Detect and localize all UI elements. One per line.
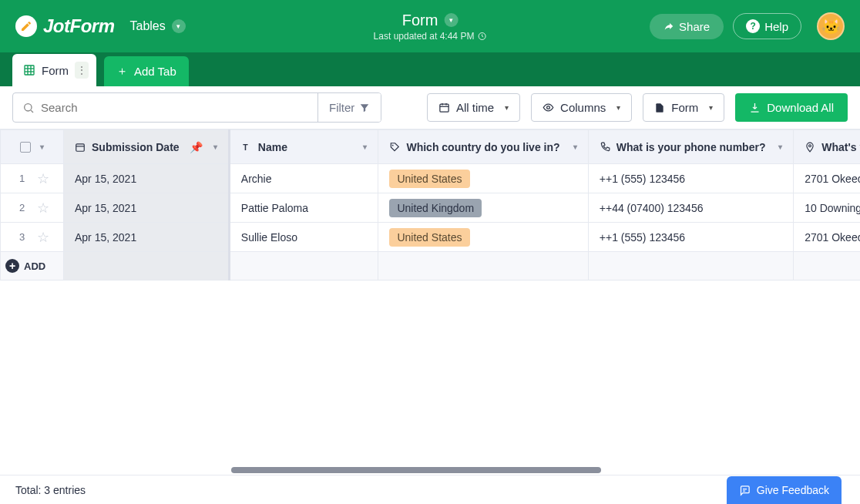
date-range-label: All time	[456, 101, 494, 114]
cell-name[interactable]: Pattie Paloma	[229, 193, 378, 223]
columns-button[interactable]: Columns ▾	[531, 93, 632, 122]
column-header-address[interactable]: What's y	[821, 141, 860, 153]
star-icon[interactable]: ☆	[37, 170, 49, 187]
date-range-button[interactable]: All time ▾	[427, 93, 520, 122]
calendar-icon	[438, 102, 450, 113]
svg-point-15	[809, 144, 811, 146]
chevron-down-icon[interactable]: ▾	[778, 143, 782, 151]
star-icon[interactable]: ☆	[37, 200, 49, 217]
document-icon	[654, 102, 665, 113]
download-label: Download All	[767, 101, 834, 114]
country-tag: United States	[389, 170, 469, 188]
table-row[interactable]: 3☆Apr 15, 2021Sullie ElosoUnited States+…	[1, 223, 861, 252]
section-label: Tables	[130, 19, 166, 33]
form-view-button[interactable]: Form ▾	[643, 93, 724, 122]
cell-date[interactable]: Apr 15, 2021	[64, 164, 230, 193]
add-tab-button[interactable]: ＋ Add Tab	[104, 56, 189, 86]
cell-country[interactable]: United Kingdom	[378, 193, 588, 223]
chevron-down-icon[interactable]: ▾	[573, 143, 577, 151]
help-label: Help	[764, 20, 788, 33]
cell-phone[interactable]: ++1 (555) 123456	[588, 223, 793, 252]
cell-phone[interactable]: ++44 (07400) 123456	[588, 193, 793, 223]
feedback-label: Give Feedback	[757, 484, 829, 496]
cell-name[interactable]: Sullie Eloso	[229, 223, 378, 252]
cell-address[interactable]: 10 Downing	[794, 193, 860, 223]
add-row-button[interactable]: +ADD	[1, 259, 63, 273]
column-header-name[interactable]: Name	[258, 141, 287, 153]
cell-date[interactable]: Apr 15, 2021	[64, 193, 230, 223]
column-header-phone[interactable]: What is your phone number?	[616, 141, 766, 153]
select-all-checkbox[interactable]	[20, 142, 31, 153]
column-header-date[interactable]: Submission Date	[92, 141, 180, 153]
filter-label: Filter	[329, 101, 354, 114]
question-icon: ?	[746, 19, 760, 33]
last-updated-text: Last updated at 4:44 PM	[374, 31, 475, 42]
svg-rect-1	[25, 66, 34, 75]
country-tag: United Kingdom	[389, 199, 482, 217]
row-number: 2	[15, 202, 29, 213]
column-header-country[interactable]: Which country do you live in?	[406, 141, 559, 153]
cell-address[interactable]: 2701 Okeec	[794, 164, 860, 193]
help-button[interactable]: ? Help	[733, 13, 801, 39]
pencil-icon	[15, 15, 37, 37]
chevron-down-icon: ▾	[616, 103, 620, 112]
location-icon	[805, 142, 815, 153]
table-row[interactable]: 1☆Apr 15, 2021ArchieUnited States++1 (55…	[1, 164, 861, 193]
tab-menu-button[interactable]: ⋮	[75, 62, 89, 79]
cell-country[interactable]: United States	[378, 223, 588, 252]
section-dropdown[interactable]: Tables ▾	[130, 19, 186, 33]
brand-logo[interactable]: JotForm	[15, 15, 115, 37]
svg-point-14	[392, 144, 394, 146]
svg-rect-11	[76, 143, 85, 150]
chevron-down-icon[interactable]: ▾	[213, 143, 217, 151]
give-feedback-button[interactable]: Give Feedback	[727, 476, 842, 504]
filter-icon	[359, 102, 370, 113]
chevron-down-icon[interactable]: ▾	[363, 143, 367, 151]
chevron-down-icon: ▾	[172, 19, 186, 33]
tab-form[interactable]: Form ⋮	[12, 54, 96, 86]
download-all-button[interactable]: Download All	[735, 93, 848, 122]
chevron-down-icon: ▾	[709, 103, 713, 112]
calendar-icon	[75, 142, 86, 153]
share-icon	[663, 21, 674, 32]
cell-date[interactable]: Apr 15, 2021	[64, 223, 230, 252]
plus-icon: +	[5, 259, 19, 273]
avatar[interactable]: 🐱	[817, 12, 845, 40]
chevron-down-icon[interactable]: ▾	[40, 143, 44, 151]
pin-icon[interactable]: 📌	[190, 141, 203, 153]
cell-phone[interactable]: ++1 (555) 123456	[588, 164, 793, 193]
plus-icon: ＋	[116, 64, 128, 79]
grid-icon	[23, 64, 35, 76]
tab-form-label: Form	[42, 64, 69, 77]
data-grid: ▾ Submission Date 📌 ▾ T Name ▾	[0, 129, 860, 281]
svg-rect-6	[440, 104, 448, 112]
cell-name[interactable]: Archie	[229, 164, 378, 193]
filter-button[interactable]: Filter	[317, 93, 381, 122]
brand-text: JotForm	[43, 15, 115, 37]
form-view-label: Form	[671, 101, 698, 114]
cell-address[interactable]: 2701 Okeec	[794, 223, 860, 252]
add-tab-label: Add Tab	[134, 65, 176, 78]
share-button[interactable]: Share	[650, 14, 724, 39]
search-input[interactable]	[13, 93, 317, 122]
toolbar: Filter All time ▾ Columns ▾ Form ▾ Downl…	[0, 86, 860, 129]
total-count: Total: 3 entries	[15, 484, 86, 496]
feedback-icon	[739, 485, 751, 496]
chevron-down-icon[interactable]: ▾	[444, 13, 458, 27]
eye-icon	[543, 102, 554, 113]
cell-country[interactable]: United States	[378, 164, 588, 193]
svg-text:T: T	[243, 142, 248, 151]
row-number: 3	[15, 231, 29, 243]
download-icon	[749, 102, 761, 113]
svg-point-10	[547, 106, 550, 109]
country-tag: United States	[389, 228, 469, 247]
tag-icon	[389, 142, 400, 153]
phone-icon	[600, 142, 610, 153]
share-label: Share	[679, 20, 710, 33]
top-bar: JotForm Tables ▾ Form ▾ Last updated at …	[0, 0, 860, 52]
page-title: Form	[402, 12, 438, 29]
clock-icon	[477, 32, 486, 41]
star-icon[interactable]: ☆	[37, 229, 49, 246]
table-row[interactable]: 2☆Apr 15, 2021Pattie PalomaUnited Kingdo…	[1, 193, 861, 223]
horizontal-scrollbar[interactable]	[231, 467, 601, 473]
